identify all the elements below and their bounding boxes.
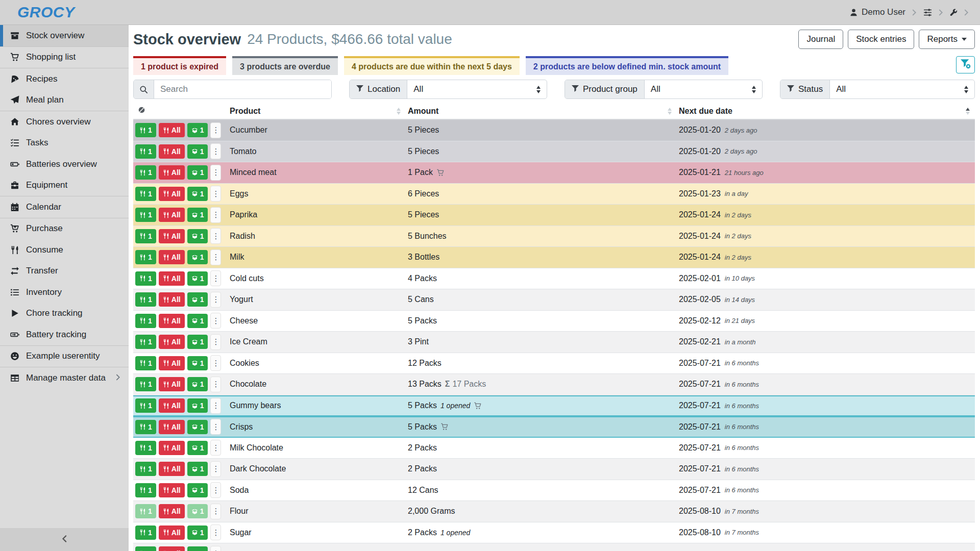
row-menu-button[interactable]: ⋮ <box>210 270 221 286</box>
row-menu-button[interactable]: ⋮ <box>210 228 221 244</box>
stock-entries-button[interactable]: Stock entries <box>848 30 914 49</box>
journal-button[interactable]: Journal <box>798 30 843 49</box>
sidebar-item-chores-overview[interactable]: Chores overview <box>0 111 129 133</box>
open-one-button[interactable]: 1 <box>187 208 208 222</box>
chevron-right-icon[interactable] <box>939 9 943 16</box>
open-one-button[interactable]: 1 <box>187 504 208 518</box>
consume-all-button[interactable]: All <box>159 525 185 540</box>
consume-one-button[interactable]: 1 <box>135 314 156 328</box>
consume-all-button[interactable]: All <box>159 208 185 222</box>
filter-select[interactable]: All <box>645 80 762 98</box>
consume-all-button[interactable]: All <box>159 229 185 243</box>
consume-all-button[interactable]: All <box>159 546 185 551</box>
consume-one-button[interactable]: 1 <box>135 144 156 159</box>
open-one-button[interactable]: 1 <box>187 377 208 391</box>
row-menu-button[interactable]: ⋮ <box>210 165 221 181</box>
row-menu-button[interactable]: ⋮ <box>210 292 221 308</box>
row-menu-button[interactable]: ⋮ <box>210 377 221 392</box>
row-menu-button[interactable]: ⋮ <box>210 398 221 414</box>
row-menu-button[interactable]: ⋮ <box>210 440 221 456</box>
consume-one-button[interactable]: 1 <box>135 271 156 286</box>
status-filter-badge[interactable]: 1 product is expired <box>133 56 226 75</box>
open-one-button[interactable]: 1 <box>187 441 208 455</box>
open-one-button[interactable]: 1 <box>187 356 208 370</box>
consume-all-button[interactable]: All <box>159 504 185 518</box>
clear-filter-button[interactable] <box>956 56 975 73</box>
open-one-button[interactable]: 1 <box>187 187 208 201</box>
consume-one-button[interactable]: 1 <box>135 229 156 243</box>
row-menu-button[interactable]: ⋮ <box>210 546 221 551</box>
row-menu-button[interactable]: ⋮ <box>210 249 221 265</box>
sidebar-item-purchase[interactable]: Purchase <box>0 218 129 240</box>
consume-one-button[interactable]: 1 <box>135 504 156 518</box>
row-menu-button[interactable]: ⋮ <box>210 186 221 202</box>
status-filter-badge[interactable]: 2 products are below defined min. stock … <box>526 56 728 75</box>
sidebar-item-tasks[interactable]: Tasks <box>0 133 129 154</box>
consume-all-button[interactable]: All <box>159 314 185 328</box>
consume-one-button[interactable]: 1 <box>135 250 156 264</box>
consume-all-button[interactable]: All <box>159 356 185 370</box>
status-filter-badge[interactable]: 4 products are due within the next 5 day… <box>344 56 520 75</box>
consume-one-button[interactable]: 1 <box>135 123 156 137</box>
consume-one-button[interactable]: 1 <box>135 335 156 349</box>
consume-all-button[interactable]: All <box>159 398 185 413</box>
sidebar-item-example-userentity[interactable]: Example userentity <box>0 346 129 367</box>
open-one-button[interactable]: 1 <box>187 335 208 349</box>
consume-one-button[interactable]: 1 <box>135 292 156 307</box>
column-header-amount[interactable]: Amount <box>406 107 677 116</box>
consume-one-button[interactable]: 1 <box>135 398 156 413</box>
row-menu-button[interactable]: ⋮ <box>210 524 221 540</box>
sidebar-item-inventory[interactable]: Inventory <box>0 282 129 303</box>
sidebar-item-recipes[interactable]: Recipes <box>0 68 129 90</box>
consume-all-button[interactable]: All <box>159 441 185 455</box>
sidebar-collapse-button[interactable] <box>0 528 129 551</box>
reports-button[interactable]: Reports <box>919 30 975 49</box>
chevron-right-icon[interactable] <box>912 9 917 16</box>
column-header-next-due-date[interactable]: Next due date <box>677 107 975 116</box>
row-menu-button[interactable]: ⋮ <box>210 355 221 371</box>
sidebar-item-battery-tracking[interactable]: Battery tracking <box>0 324 129 345</box>
row-menu-button[interactable]: ⋮ <box>210 482 221 498</box>
consume-one-button[interactable]: 1 <box>135 187 156 201</box>
chevron-right-icon[interactable] <box>964 9 969 16</box>
sidebar-item-transfer[interactable]: Transfer <box>0 261 129 282</box>
consume-all-button[interactable]: All <box>159 123 185 137</box>
consume-all-button[interactable]: All <box>159 250 185 264</box>
consume-one-button[interactable]: 1 <box>135 525 156 540</box>
sidebar-item-calendar[interactable]: Calendar <box>0 196 129 218</box>
eye-slash-icon[interactable] <box>138 106 145 116</box>
open-one-button[interactable]: 1 <box>187 144 208 159</box>
consume-one-button[interactable]: 1 <box>135 165 156 180</box>
sidebar-item-equipment[interactable]: Equipment <box>0 175 129 196</box>
column-header-product[interactable]: Product <box>228 107 406 116</box>
consume-all-button[interactable]: All <box>159 483 185 497</box>
row-menu-button[interactable]: ⋮ <box>210 122 221 138</box>
row-menu-button[interactable]: ⋮ <box>210 143 221 159</box>
consume-all-button[interactable]: All <box>159 420 185 434</box>
row-menu-button[interactable]: ⋮ <box>210 207 221 223</box>
status-filter-badge[interactable]: 3 products are overdue <box>232 56 338 75</box>
consume-one-button[interactable]: 1 <box>135 483 156 497</box>
sidebar-item-manage-master-data[interactable]: Manage master data <box>0 367 129 389</box>
open-one-button[interactable]: 1 <box>187 314 208 328</box>
open-one-button[interactable]: 1 <box>187 462 208 476</box>
sidebar-item-stock-overview[interactable]: Stock overview <box>0 25 129 46</box>
row-menu-button[interactable]: ⋮ <box>210 419 221 435</box>
consume-one-button[interactable]: 1 <box>135 356 156 370</box>
sidebar-item-chore-tracking[interactable]: Chore tracking <box>0 303 129 324</box>
consume-all-button[interactable]: All <box>159 335 185 349</box>
open-one-button[interactable]: 1 <box>187 165 208 180</box>
open-one-button[interactable]: 1 <box>187 398 208 413</box>
consume-one-button[interactable]: 1 <box>135 377 156 391</box>
consume-one-button[interactable]: 1 <box>135 462 156 476</box>
consume-one-button[interactable]: 1 <box>135 208 156 222</box>
sidebar-item-meal-plan[interactable]: Meal plan <box>0 90 129 111</box>
filter-select[interactable]: All <box>407 80 547 98</box>
sidebar-item-shopping-list[interactable]: Shopping list <box>0 47 129 68</box>
consume-all-button[interactable]: All <box>159 292 185 307</box>
open-one-button[interactable]: 1 <box>187 229 208 243</box>
consume-all-button[interactable]: All <box>159 187 185 201</box>
consume-all-button[interactable]: All <box>159 144 185 159</box>
consume-one-button[interactable]: 1 <box>135 441 156 455</box>
open-one-button[interactable]: 1 <box>187 525 208 540</box>
